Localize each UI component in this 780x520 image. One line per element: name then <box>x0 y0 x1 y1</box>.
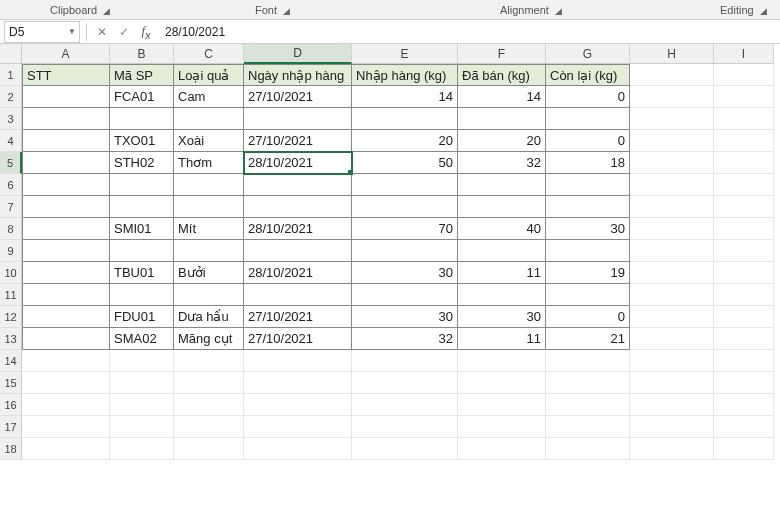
cell-E12[interactable]: 30 <box>352 306 458 328</box>
cell-I14[interactable] <box>714 350 774 372</box>
cell-A9[interactable] <box>22 240 110 262</box>
cell-F12[interactable]: 30 <box>458 306 546 328</box>
cell-H2[interactable] <box>630 86 714 108</box>
cell-B14[interactable] <box>110 350 174 372</box>
row-header-9[interactable]: 9 <box>0 240 22 262</box>
cell-C13[interactable]: Măng cụt <box>174 328 244 350</box>
cell-G2[interactable]: 0 <box>546 86 630 108</box>
cell-F8[interactable]: 40 <box>458 218 546 240</box>
cell-H7[interactable] <box>630 196 714 218</box>
cell-D5[interactable]: 28/10/2021 <box>244 152 352 174</box>
column-header-B[interactable]: B <box>110 44 174 64</box>
cell-H8[interactable] <box>630 218 714 240</box>
cell-E2[interactable]: 14 <box>352 86 458 108</box>
row-header-13[interactable]: 13 <box>0 328 22 350</box>
cell-C4[interactable]: Xoài <box>174 130 244 152</box>
column-header-G[interactable]: G <box>546 44 630 64</box>
cell-E6[interactable] <box>352 174 458 196</box>
cell-F14[interactable] <box>458 350 546 372</box>
cell-D15[interactable] <box>244 372 352 394</box>
cell-F18[interactable] <box>458 438 546 460</box>
cell-D11[interactable] <box>244 284 352 306</box>
cell-I17[interactable] <box>714 416 774 438</box>
cell-C18[interactable] <box>174 438 244 460</box>
cell-H17[interactable] <box>630 416 714 438</box>
cell-D9[interactable] <box>244 240 352 262</box>
cell-B17[interactable] <box>110 416 174 438</box>
cell-G12[interactable]: 0 <box>546 306 630 328</box>
cell-B8[interactable]: SMI01 <box>110 218 174 240</box>
cell-D4[interactable]: 27/10/2021 <box>244 130 352 152</box>
cell-C17[interactable] <box>174 416 244 438</box>
cell-I16[interactable] <box>714 394 774 416</box>
cell-A11[interactable] <box>22 284 110 306</box>
cell-D8[interactable]: 28/10/2021 <box>244 218 352 240</box>
cell-D17[interactable] <box>244 416 352 438</box>
row-header-14[interactable]: 14 <box>0 350 22 372</box>
cell-A4[interactable] <box>22 130 110 152</box>
dialog-launcher-icon[interactable]: ◢ <box>555 6 562 16</box>
cell-H18[interactable] <box>630 438 714 460</box>
cell-A17[interactable] <box>22 416 110 438</box>
select-all-corner[interactable] <box>0 44 22 64</box>
cell-A5[interactable] <box>22 152 110 174</box>
cell-C15[interactable] <box>174 372 244 394</box>
cell-G8[interactable]: 30 <box>546 218 630 240</box>
cell-C12[interactable]: Dưa hấu <box>174 306 244 328</box>
column-header-H[interactable]: H <box>630 44 714 64</box>
dialog-launcher-icon[interactable]: ◢ <box>283 6 290 16</box>
cell-F5[interactable]: 32 <box>458 152 546 174</box>
cell-I8[interactable] <box>714 218 774 240</box>
cell-F17[interactable] <box>458 416 546 438</box>
cell-D10[interactable]: 28/10/2021 <box>244 262 352 284</box>
cell-I4[interactable] <box>714 130 774 152</box>
cell-B15[interactable] <box>110 372 174 394</box>
cell-A10[interactable] <box>22 262 110 284</box>
cell-B18[interactable] <box>110 438 174 460</box>
cell-H15[interactable] <box>630 372 714 394</box>
cell-G9[interactable] <box>546 240 630 262</box>
cell-E16[interactable] <box>352 394 458 416</box>
cell-H11[interactable] <box>630 284 714 306</box>
cell-I13[interactable] <box>714 328 774 350</box>
name-box-dropdown-icon[interactable]: ▼ <box>68 27 76 36</box>
cell-F4[interactable]: 20 <box>458 130 546 152</box>
cell-E10[interactable]: 30 <box>352 262 458 284</box>
cell-B1[interactable]: Mã SP <box>110 64 174 86</box>
cell-I10[interactable] <box>714 262 774 284</box>
cell-H6[interactable] <box>630 174 714 196</box>
row-header-10[interactable]: 10 <box>0 262 22 284</box>
row-header-17[interactable]: 17 <box>0 416 22 438</box>
cell-F11[interactable] <box>458 284 546 306</box>
cell-H16[interactable] <box>630 394 714 416</box>
row-header-11[interactable]: 11 <box>0 284 22 306</box>
cell-C5[interactable]: Thơm <box>174 152 244 174</box>
cell-C6[interactable] <box>174 174 244 196</box>
cell-G3[interactable] <box>546 108 630 130</box>
cell-E5[interactable]: 50 <box>352 152 458 174</box>
cell-D18[interactable] <box>244 438 352 460</box>
cell-H10[interactable] <box>630 262 714 284</box>
name-box[interactable]: D5 ▼ <box>4 21 80 43</box>
row-header-18[interactable]: 18 <box>0 438 22 460</box>
fx-icon[interactable]: fx <box>135 23 157 41</box>
cell-D7[interactable] <box>244 196 352 218</box>
cell-C7[interactable] <box>174 196 244 218</box>
cell-F7[interactable] <box>458 196 546 218</box>
cell-D13[interactable]: 27/10/2021 <box>244 328 352 350</box>
cell-I6[interactable] <box>714 174 774 196</box>
row-header-15[interactable]: 15 <box>0 372 22 394</box>
cell-A15[interactable] <box>22 372 110 394</box>
cell-C1[interactable]: Loại quả <box>174 64 244 86</box>
cell-C14[interactable] <box>174 350 244 372</box>
cell-H13[interactable] <box>630 328 714 350</box>
cell-G18[interactable] <box>546 438 630 460</box>
cell-C8[interactable]: Mít <box>174 218 244 240</box>
cell-D2[interactable]: 27/10/2021 <box>244 86 352 108</box>
cell-G14[interactable] <box>546 350 630 372</box>
cell-H4[interactable] <box>630 130 714 152</box>
cell-E7[interactable] <box>352 196 458 218</box>
cell-I1[interactable] <box>714 64 774 86</box>
column-header-D[interactable]: D <box>244 44 352 64</box>
cell-C9[interactable] <box>174 240 244 262</box>
